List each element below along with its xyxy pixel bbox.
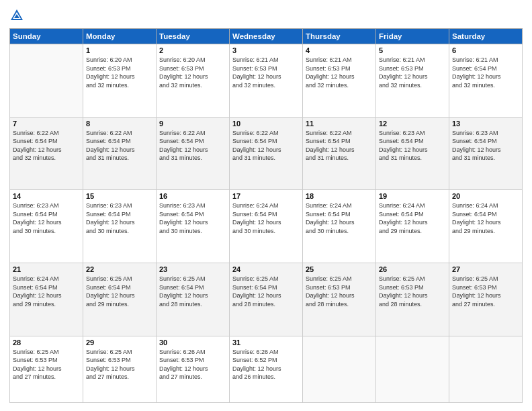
day-info: Sunrise: 6:25 AMSunset: 6:54 PMDaylight:… — [159, 275, 226, 308]
day-info: Sunrise: 6:24 AMSunset: 6:54 PMDaylight:… — [232, 201, 300, 235]
day-number: 6 — [452, 46, 519, 54]
day-number: 11 — [306, 120, 373, 128]
day-number: 24 — [232, 265, 300, 273]
calendar-cell: 15Sunrise: 6:23 AMSunset: 6:54 PMDayligh… — [83, 190, 157, 263]
calendar-cell: 10Sunrise: 6:22 AMSunset: 6:54 PMDayligh… — [230, 117, 303, 190]
day-info: Sunrise: 6:23 AMSunset: 6:54 PMDaylight:… — [159, 201, 226, 235]
day-info: Sunrise: 6:22 AMSunset: 6:54 PMDaylight:… — [86, 129, 153, 163]
day-info: Sunrise: 6:23 AMSunset: 6:54 PMDaylight:… — [86, 201, 153, 235]
day-number: 13 — [452, 120, 519, 128]
day-number: 2 — [159, 46, 226, 54]
calendar-week-row: 1Sunrise: 6:20 AMSunset: 6:53 PMDaylight… — [10, 44, 523, 118]
day-number: 22 — [86, 265, 153, 273]
calendar-cell: 29Sunrise: 6:25 AMSunset: 6:53 PMDayligh… — [83, 336, 157, 402]
day-number: 8 — [86, 120, 153, 128]
calendar-cell: 23Sunrise: 6:25 AMSunset: 6:54 PMDayligh… — [157, 263, 230, 336]
calendar-cell: 26Sunrise: 6:25 AMSunset: 6:53 PMDayligh… — [376, 263, 449, 336]
day-number: 23 — [159, 265, 226, 273]
day-number: 1 — [86, 46, 153, 54]
calendar-cell: 2Sunrise: 6:20 AMSunset: 6:53 PMDaylight… — [157, 44, 230, 118]
calendar-cell — [10, 44, 83, 118]
calendar-cell — [449, 336, 523, 402]
calendar-cell: 20Sunrise: 6:24 AMSunset: 6:54 PMDayligh… — [449, 190, 523, 263]
calendar-cell: 6Sunrise: 6:21 AMSunset: 6:54 PMDaylight… — [449, 44, 523, 118]
calendar-cell: 14Sunrise: 6:23 AMSunset: 6:54 PMDayligh… — [10, 190, 83, 263]
day-info: Sunrise: 6:23 AMSunset: 6:54 PMDaylight:… — [452, 129, 519, 163]
calendar-cell: 12Sunrise: 6:23 AMSunset: 6:54 PMDayligh… — [376, 117, 449, 190]
calendar-cell: 16Sunrise: 6:23 AMSunset: 6:54 PMDayligh… — [157, 190, 230, 263]
calendar-cell: 9Sunrise: 6:22 AMSunset: 6:54 PMDaylight… — [157, 117, 230, 190]
day-info: Sunrise: 6:21 AMSunset: 6:53 PMDaylight:… — [306, 56, 373, 89]
calendar-week-row: 21Sunrise: 6:24 AMSunset: 6:54 PMDayligh… — [10, 263, 523, 336]
day-info: Sunrise: 6:26 AMSunset: 6:52 PMDaylight:… — [232, 348, 300, 381]
weekday-header-wednesday: Wednesday — [230, 29, 303, 44]
day-info: Sunrise: 6:22 AMSunset: 6:54 PMDaylight:… — [232, 129, 300, 163]
day-info: Sunrise: 6:24 AMSunset: 6:54 PMDaylight:… — [13, 275, 80, 308]
calendar-cell — [303, 336, 376, 402]
calendar-cell: 19Sunrise: 6:24 AMSunset: 6:54 PMDayligh… — [376, 190, 449, 263]
calendar-cell: 7Sunrise: 6:22 AMSunset: 6:54 PMDaylight… — [10, 117, 83, 190]
day-number: 20 — [452, 192, 519, 200]
weekday-header-tuesday: Tuesday — [157, 29, 230, 44]
day-number: 27 — [452, 265, 519, 273]
calendar-cell: 24Sunrise: 6:25 AMSunset: 6:54 PMDayligh… — [230, 263, 303, 336]
day-number: 29 — [86, 338, 153, 347]
calendar-cell: 4Sunrise: 6:21 AMSunset: 6:53 PMDaylight… — [303, 44, 376, 118]
weekday-header-row: SundayMondayTuesdayWednesdayThursdayFrid… — [10, 29, 523, 44]
day-info: Sunrise: 6:21 AMSunset: 6:54 PMDaylight:… — [452, 56, 519, 89]
day-number: 16 — [159, 192, 226, 200]
calendar-cell: 13Sunrise: 6:23 AMSunset: 6:54 PMDayligh… — [449, 117, 523, 190]
day-number: 25 — [306, 265, 373, 273]
calendar-cell: 22Sunrise: 6:25 AMSunset: 6:54 PMDayligh… — [83, 263, 157, 336]
calendar-week-row: 14Sunrise: 6:23 AMSunset: 6:54 PMDayligh… — [10, 190, 523, 263]
day-number: 26 — [379, 265, 446, 273]
day-number: 28 — [13, 338, 80, 347]
weekday-header-thursday: Thursday — [303, 29, 376, 44]
day-info: Sunrise: 6:22 AMSunset: 6:54 PMDaylight:… — [13, 129, 80, 163]
day-number: 7 — [13, 120, 80, 128]
day-info: Sunrise: 6:21 AMSunset: 6:53 PMDaylight:… — [379, 56, 446, 89]
calendar-cell: 1Sunrise: 6:20 AMSunset: 6:53 PMDaylight… — [83, 44, 157, 118]
day-info: Sunrise: 6:25 AMSunset: 6:53 PMDaylight:… — [379, 275, 446, 308]
calendar-cell: 17Sunrise: 6:24 AMSunset: 6:54 PMDayligh… — [230, 190, 303, 263]
day-info: Sunrise: 6:25 AMSunset: 6:53 PMDaylight:… — [86, 348, 153, 381]
day-info: Sunrise: 6:24 AMSunset: 6:54 PMDaylight:… — [452, 201, 519, 235]
day-info: Sunrise: 6:24 AMSunset: 6:54 PMDaylight:… — [379, 201, 446, 235]
day-number: 31 — [232, 338, 300, 347]
day-info: Sunrise: 6:22 AMSunset: 6:54 PMDaylight:… — [159, 129, 226, 163]
calendar-cell: 27Sunrise: 6:25 AMSunset: 6:53 PMDayligh… — [449, 263, 523, 336]
calendar-week-row: 28Sunrise: 6:25 AMSunset: 6:53 PMDayligh… — [10, 336, 523, 402]
day-info: Sunrise: 6:25 AMSunset: 6:53 PMDaylight:… — [452, 275, 519, 308]
logo-icon — [9, 8, 24, 23]
day-info: Sunrise: 6:26 AMSunset: 6:53 PMDaylight:… — [159, 348, 226, 381]
day-number: 17 — [232, 192, 300, 200]
day-info: Sunrise: 6:25 AMSunset: 6:54 PMDaylight:… — [86, 275, 153, 308]
calendar-cell: 3Sunrise: 6:21 AMSunset: 6:53 PMDaylight… — [230, 44, 303, 118]
calendar-week-row: 7Sunrise: 6:22 AMSunset: 6:54 PMDaylight… — [10, 117, 523, 190]
day-info: Sunrise: 6:25 AMSunset: 6:53 PMDaylight:… — [306, 275, 373, 308]
day-number: 14 — [13, 192, 80, 200]
day-number: 10 — [232, 120, 300, 128]
page: SundayMondayTuesdayWednesdayThursdayFrid… — [0, 0, 532, 411]
day-number: 30 — [159, 338, 226, 347]
day-number: 18 — [306, 192, 373, 200]
weekday-header-sunday: Sunday — [10, 29, 83, 44]
calendar-cell: 8Sunrise: 6:22 AMSunset: 6:54 PMDaylight… — [83, 117, 157, 190]
day-number: 21 — [13, 265, 80, 273]
logo — [9, 8, 27, 23]
calendar-cell: 31Sunrise: 6:26 AMSunset: 6:52 PMDayligh… — [230, 336, 303, 402]
day-number: 12 — [379, 120, 446, 128]
day-info: Sunrise: 6:23 AMSunset: 6:54 PMDaylight:… — [379, 129, 446, 163]
day-number: 19 — [379, 192, 446, 200]
day-number: 9 — [159, 120, 226, 128]
weekday-header-friday: Friday — [376, 29, 449, 44]
day-info: Sunrise: 6:22 AMSunset: 6:54 PMDaylight:… — [306, 129, 373, 163]
weekday-header-saturday: Saturday — [449, 29, 523, 44]
calendar-cell: 28Sunrise: 6:25 AMSunset: 6:53 PMDayligh… — [10, 336, 83, 402]
calendar-cell: 21Sunrise: 6:24 AMSunset: 6:54 PMDayligh… — [10, 263, 83, 336]
day-number: 3 — [232, 46, 300, 54]
calendar-cell: 5Sunrise: 6:21 AMSunset: 6:53 PMDaylight… — [376, 44, 449, 118]
weekday-header-monday: Monday — [83, 29, 157, 44]
day-info: Sunrise: 6:24 AMSunset: 6:54 PMDaylight:… — [306, 201, 373, 235]
day-number: 5 — [379, 46, 446, 54]
